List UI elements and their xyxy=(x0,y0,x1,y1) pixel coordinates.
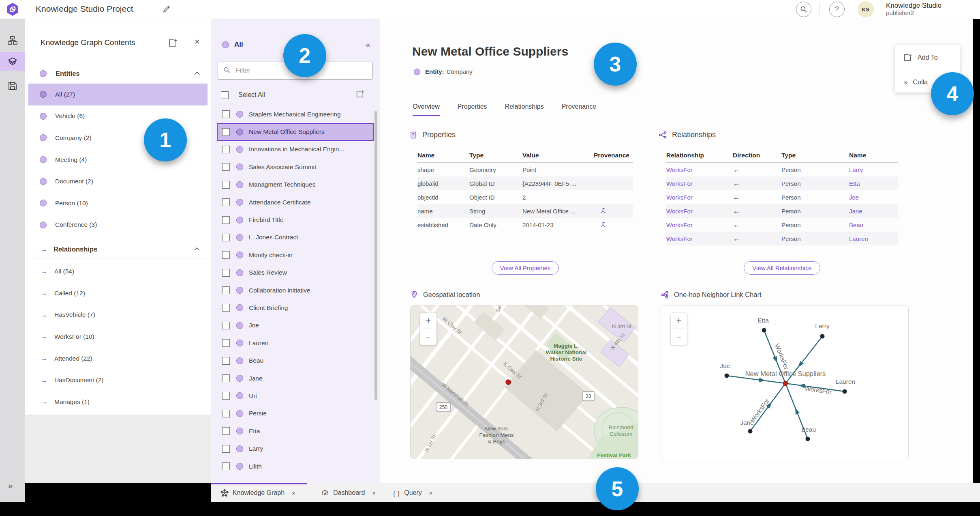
relationship-link[interactable]: WorksFor xyxy=(666,194,733,201)
related-name-link[interactable]: Joe xyxy=(849,194,898,201)
edit-title-icon[interactable] xyxy=(162,4,171,13)
related-name-link[interactable]: Larry xyxy=(849,166,898,173)
provenance-flag-icon[interactable] xyxy=(599,221,606,229)
list-item[interactable]: Staplers Mechanical Engineering xyxy=(217,105,374,123)
entity-type-item[interactable]: All (27) xyxy=(28,84,208,105)
list-item[interactable]: Uri xyxy=(217,387,374,404)
item-checkbox[interactable] xyxy=(222,357,230,365)
item-checkbox[interactable] xyxy=(222,146,230,153)
relationship-type-item[interactable]: →WorksFor (10) xyxy=(28,326,208,348)
tab-properties[interactable]: Properties xyxy=(458,103,487,116)
item-checkbox[interactable] xyxy=(222,234,230,241)
save-icon[interactable] xyxy=(7,80,18,92)
view-all-properties-button[interactable]: View All Properties xyxy=(492,261,559,275)
help-icon[interactable]: ? xyxy=(829,2,845,17)
close-icon[interactable]: × xyxy=(195,37,200,47)
list-item[interactable]: Etta xyxy=(217,422,374,440)
entity-type-item[interactable]: Person (10) xyxy=(28,192,208,214)
list-item[interactable]: Montly check-in xyxy=(217,246,374,264)
close-tab-icon[interactable]: × xyxy=(372,490,376,497)
list-item[interactable]: Joe xyxy=(217,317,374,334)
item-checkbox[interactable] xyxy=(222,339,230,347)
one-hop-link-chart[interactable]: WorksForWorksForWorksForEttaLarryJoeLaur… xyxy=(661,305,909,459)
avatar[interactable]: KS xyxy=(858,1,874,17)
item-checkbox[interactable] xyxy=(222,163,230,171)
relationship-link[interactable]: WorksFor xyxy=(666,235,733,242)
item-checkbox[interactable] xyxy=(222,269,230,277)
entity-type-item[interactable]: Conference (3) xyxy=(28,214,208,236)
item-checkbox[interactable] xyxy=(222,216,230,224)
list-item[interactable]: Larry xyxy=(217,440,374,457)
relationship-type-item[interactable]: →Attended (22) xyxy=(28,348,208,370)
item-checkbox[interactable] xyxy=(222,410,230,417)
list-item[interactable]: New Metal Office Suppliers xyxy=(217,123,374,140)
list-item[interactable]: Persie xyxy=(217,405,374,422)
list-item[interactable]: Client Briefing xyxy=(217,299,374,316)
list-item[interactable]: Managment Techniques xyxy=(217,176,374,194)
list-item[interactable]: Beau xyxy=(217,352,374,369)
entity-type-item[interactable]: Vehicle (6) xyxy=(28,105,208,127)
tab-overview[interactable]: Overview xyxy=(413,103,440,116)
select-all-checkbox[interactable] xyxy=(221,91,229,99)
add-to-button[interactable]: Add To xyxy=(895,52,960,64)
relationship-type-item[interactable]: →HasVehicle (7) xyxy=(28,304,208,326)
item-checkbox[interactable] xyxy=(222,198,230,206)
item-checkbox[interactable] xyxy=(222,374,230,382)
entity-type-item[interactable]: Document (2) xyxy=(28,170,208,192)
tab-query[interactable]: { } Query × xyxy=(393,483,433,503)
relationship-type-item[interactable]: →Manages (1) xyxy=(28,391,208,413)
relationship-type-item[interactable]: →Called (12) xyxy=(28,282,208,304)
item-checkbox[interactable] xyxy=(222,128,230,136)
zoom-out-button[interactable]: − xyxy=(671,329,687,345)
list-item[interactable]: Firebird Title xyxy=(217,211,374,228)
item-checkbox[interactable] xyxy=(222,392,230,400)
relationship-link[interactable]: WorksFor xyxy=(666,180,733,187)
list-item[interactable]: Collaboration initiative xyxy=(217,282,374,299)
item-checkbox[interactable] xyxy=(222,445,230,453)
relationship-type-item[interactable]: →All (54) xyxy=(28,260,208,282)
list-item[interactable]: Sales Review xyxy=(217,264,374,282)
close-tab-icon[interactable]: × xyxy=(292,490,295,497)
expand-rail-icon[interactable]: » xyxy=(8,481,13,490)
collapse-panel-icon[interactable]: « xyxy=(366,40,369,49)
item-checkbox[interactable] xyxy=(222,251,230,259)
view-all-relationships-button[interactable]: View All Relationships xyxy=(744,261,820,275)
item-checkbox[interactable] xyxy=(222,304,230,312)
zoom-out-button[interactable]: − xyxy=(420,329,437,345)
chevron-up-icon[interactable] xyxy=(194,245,200,253)
tab-knowledge-graph[interactable]: Knowledge Graph × xyxy=(220,483,295,503)
data-model-icon[interactable] xyxy=(7,35,18,46)
relationship-type-item[interactable]: →HasDocument (2) xyxy=(28,369,208,391)
item-checkbox[interactable] xyxy=(222,181,230,189)
list-item[interactable]: Sales Associate Summit xyxy=(217,158,374,176)
item-checkbox[interactable] xyxy=(222,462,230,470)
list-item[interactable]: Lilith xyxy=(217,458,374,475)
geospatial-map[interactable]: 250 33 W Clay St Sa N 3rd St N 4th St E … xyxy=(410,305,638,459)
relationships-section-header[interactable]: → Relationships xyxy=(28,241,208,257)
list-item[interactable]: Lauren xyxy=(217,334,374,352)
related-name-link[interactable]: Jane xyxy=(849,208,898,215)
relationship-link[interactable]: WorksFor xyxy=(666,221,733,228)
entities-section-header[interactable]: Entities xyxy=(28,65,208,82)
item-checkbox[interactable] xyxy=(222,427,230,435)
item-checkbox[interactable] xyxy=(222,110,230,118)
relationship-link[interactable]: WorksFor xyxy=(666,208,733,215)
close-tab-icon[interactable]: × xyxy=(429,490,433,497)
related-name-link[interactable]: Beau xyxy=(849,221,898,228)
scrollbar[interactable] xyxy=(374,111,377,400)
relationship-link[interactable]: WorksFor xyxy=(666,166,733,173)
list-item[interactable]: L. Jones Contract xyxy=(217,229,374,246)
select-all-row[interactable]: Select All xyxy=(211,88,380,102)
tab-provenance[interactable]: Provenance xyxy=(562,103,596,116)
item-checkbox[interactable] xyxy=(222,322,230,329)
provenance-flag-icon[interactable] xyxy=(599,207,606,215)
tab-dashboard[interactable]: Dashboard × xyxy=(321,483,376,503)
list-item[interactable]: Attendance Certificate xyxy=(217,194,374,211)
add-to-map-icon[interactable] xyxy=(168,38,178,48)
add-to-map-icon[interactable] xyxy=(355,90,364,100)
tab-relationships[interactable]: Relationships xyxy=(505,103,544,116)
item-checkbox[interactable] xyxy=(222,286,230,294)
zoom-in-button[interactable]: + xyxy=(420,313,437,329)
search-icon[interactable] xyxy=(796,2,811,17)
related-name-link[interactable]: Etta xyxy=(849,180,898,187)
